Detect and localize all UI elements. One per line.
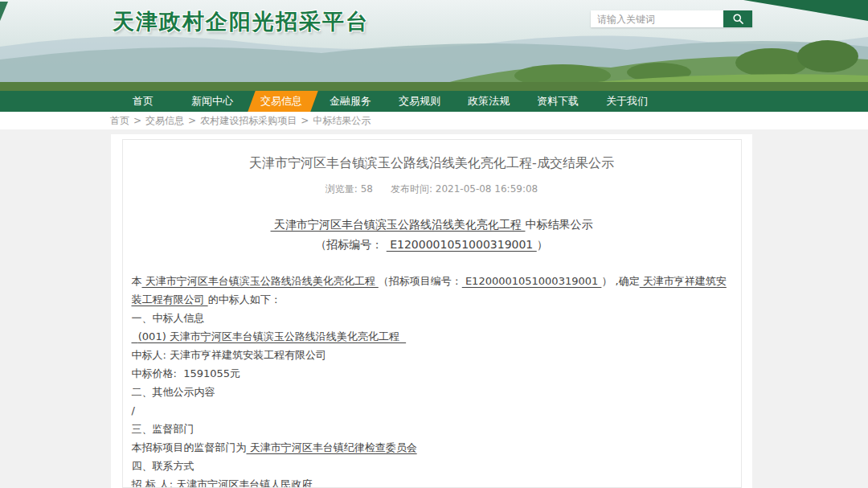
doc-heading: 天津市宁河区丰台镇滨玉公路线沿线美化亮化工程 中标结果公示	[132, 218, 732, 232]
doc-paragraph: 一、中标人信息	[132, 309, 732, 327]
main-nav: 首页新闻中心交易信息金融服务交易规则政策法规资料下载关于我们	[0, 91, 868, 112]
breadcrumb-separator: >	[133, 115, 141, 126]
views-count: 58	[361, 183, 373, 195]
breadcrumb: 首页>交易信息>农村建设招标采购项目>中标结果公示	[0, 112, 868, 129]
doc-text: 二、其他公示内容	[132, 386, 215, 398]
nav-item-home[interactable]: 首页	[108, 91, 178, 112]
publish-label: 发布时间:	[391, 183, 436, 195]
search-button[interactable]	[723, 10, 752, 27]
breadcrumb-item-trade-info[interactable]: 交易信息	[145, 114, 184, 128]
nav-item-label: 政策法规	[468, 94, 510, 109]
nav-item-news-center[interactable]: 新闻中心	[178, 91, 247, 112]
tender-no-value: E1200001051000319001	[387, 238, 537, 251]
doc-heading-project-name: 天津市宁河区丰台镇滨玉公路线沿线美化亮化工程	[271, 218, 526, 231]
doc-text: 招 标 人: 天津市宁河区丰台镇人民政府	[132, 478, 313, 488]
doc-paragraph: 招 标 人: 天津市宁河区丰台镇人民政府	[132, 475, 732, 488]
nav-item-trade-info[interactable]: 交易信息	[247, 91, 316, 112]
doc-paragraph: 中标人: 天津市亨祥建筑安装工程有限公司	[132, 346, 732, 364]
article-meta: 浏览量: 58发布时间: 2021-05-08 16:59:08	[132, 182, 732, 196]
breadcrumb-separator: >	[301, 115, 309, 126]
doc-text: 本	[132, 275, 142, 287]
breadcrumb-separator: >	[188, 115, 196, 126]
doc-paragraph: (001) 天津市宁河区丰台镇滨玉公路线沿线美化亮化工程	[132, 327, 732, 346]
doc-text: 三、监督部门	[132, 423, 194, 435]
nav-item-policies[interactable]: 政策法规	[454, 91, 523, 112]
doc-paragraph: 中标价格: 1591055元	[132, 364, 732, 383]
doc-text: 四、联系方式	[132, 460, 194, 472]
tender-no-open: （招标编号：	[315, 238, 386, 251]
content-panel: 天津市宁河区丰台镇滨玉公路线沿线美化亮化工程-成交结果公示 浏览量: 58发布时…	[111, 134, 752, 488]
search-input[interactable]	[591, 10, 723, 27]
doc-tender-number-line: （招标编号： E1200001051000319001 ）	[132, 238, 732, 252]
doc-text: /	[132, 404, 135, 416]
breadcrumb-item-bid-result-announcement[interactable]: 中标结果公示	[313, 114, 371, 128]
nav-item-label: 首页	[133, 94, 154, 109]
content-background: 天津市宁河区丰台镇滨玉公路线沿线美化亮化工程-成交结果公示 浏览量: 58发布时…	[0, 129, 868, 488]
doc-paragraph: /	[132, 401, 732, 420]
breadcrumb-item-home[interactable]: 首页	[110, 114, 129, 128]
site-header: 天津政村企阳光招采平台	[0, 0, 868, 91]
doc-paragraph: 本招标项目的监督部门为 天津市宁河区丰台镇纪律检查委员会	[132, 438, 732, 457]
nav-item-downloads[interactable]: 资料下载	[523, 91, 592, 112]
site-title: 天津政村企阳光招采平台	[113, 7, 369, 36]
nav-item-label: 交易规则	[399, 94, 440, 109]
views-label: 浏览量:	[326, 183, 361, 195]
nav-item-label: 金融服务	[330, 94, 371, 109]
document-box: 天津市宁河区丰台镇滨玉公路线沿线美化亮化工程-成交结果公示 浏览量: 58发布时…	[122, 139, 742, 488]
doc-underlined-text: 天津市宁河区丰台镇滨玉公路线沿线美化亮化工程	[142, 275, 379, 287]
nav-item-financial-services[interactable]: 金融服务	[316, 91, 385, 112]
nav-item-label: 交易信息	[260, 94, 302, 109]
nav-item-about-us[interactable]: 关于我们	[592, 91, 661, 112]
nav-item-label: 资料下载	[537, 94, 579, 109]
search-bar	[591, 10, 752, 27]
doc-text: 中标价格: 1591055元	[132, 367, 241, 379]
doc-text: （招标项目编号：	[379, 275, 462, 287]
nav-item-label: 新闻中心	[191, 94, 233, 109]
doc-paragraph: 二、其他公示内容	[132, 383, 732, 401]
doc-underlined-text: 天津市宁河区丰台镇纪律检查委员会	[247, 441, 417, 453]
tender-no-close: ）	[537, 238, 548, 251]
page: 天津政村企阳光招采平台 首页新闻中心交易信息金融服务交易规则政策法规资料下载关于…	[0, 0, 868, 488]
doc-text: 本招标项目的监督部门为	[132, 441, 247, 453]
doc-underlined-text: (001) 天津市宁河区丰台镇滨玉公路线沿线美化亮化工程	[132, 330, 407, 342]
doc-paragraph: 四、联系方式	[132, 457, 732, 475]
publish-time: 2021-05-08 16:59:08	[436, 183, 538, 195]
nav-item-trade-rules[interactable]: 交易规则	[385, 91, 454, 112]
search-icon	[732, 13, 744, 25]
doc-body: 本 天津市宁河区丰台镇滨玉公路线沿线美化亮化工程 （招标项目编号： E12000…	[132, 272, 732, 488]
doc-paragraph: 三、监督部门	[132, 420, 732, 438]
doc-text: 中标人: 天津市亨祥建筑安装工程有限公司	[132, 349, 327, 361]
nav-item-label: 关于我们	[606, 94, 648, 109]
article-title: 天津市宁河区丰台镇滨玉公路线沿线美化亮化工程-成交结果公示	[132, 155, 732, 172]
doc-text: ） ,确定	[601, 275, 639, 287]
doc-heading-suffix: 中标结果公示	[525, 218, 592, 231]
doc-paragraph: 本 天津市宁河区丰台镇滨玉公路线沿线美化亮化工程 （招标项目编号： E12000…	[132, 272, 732, 309]
doc-text: 的中标人如下：	[208, 293, 281, 306]
breadcrumb-item-rural-bidding-projects[interactable]: 农村建设招标采购项目	[200, 114, 297, 128]
doc-text: 一、中标人信息	[132, 312, 205, 324]
doc-underlined-text: E1200001051000319001	[462, 275, 602, 287]
